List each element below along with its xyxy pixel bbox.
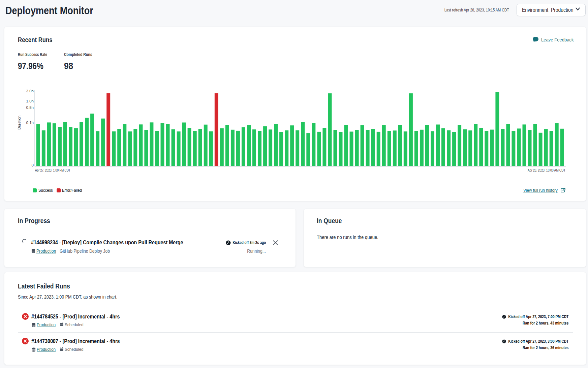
svg-text:0.1h: 0.1h bbox=[26, 121, 34, 125]
svg-text:3.0h: 3.0h bbox=[26, 89, 34, 93]
svg-text:Duration: Duration bbox=[17, 116, 21, 130]
svg-text:0: 0 bbox=[32, 163, 34, 167]
svg-text:0.5h: 0.5h bbox=[26, 105, 34, 110]
svg-text:Apr 28, 2023, 10:00 AM CDT: Apr 28, 2023, 10:00 AM CDT bbox=[528, 168, 565, 172]
svg-text:1.0h: 1.0h bbox=[26, 99, 34, 103]
svg-text:Apr 27, 2023, 1:00 PM CDT: Apr 27, 2023, 1:00 PM CDT bbox=[35, 168, 70, 172]
